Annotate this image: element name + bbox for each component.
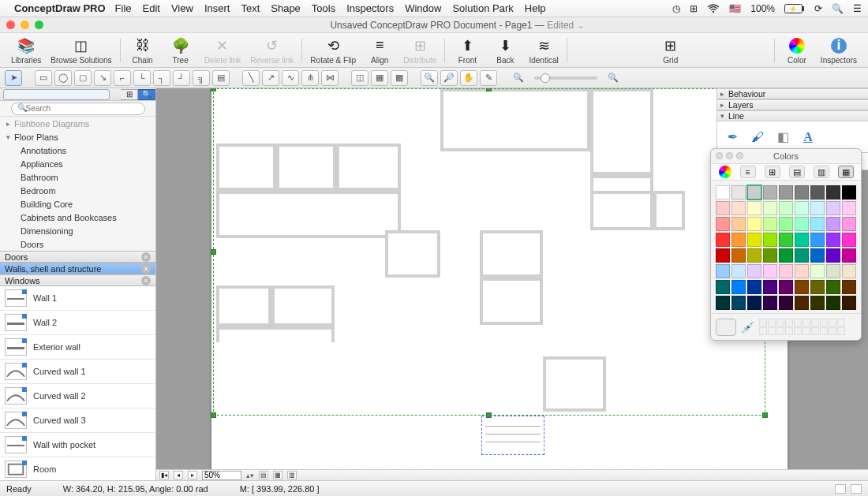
zoom-in-tool[interactable]: 🔍	[421, 70, 438, 86]
colors-titlebar[interactable]: Colors	[711, 149, 861, 163]
color-swatch[interactable]	[731, 296, 746, 310]
zoom-out-tool[interactable]: 🔎	[440, 70, 458, 86]
color-swatch[interactable]	[731, 201, 746, 215]
color-swatch[interactable]	[716, 248, 730, 263]
align-button[interactable]: ≡Align	[365, 36, 394, 65]
menu-inspectors[interactable]: Inspectors	[346, 2, 394, 14]
browse-solutions-button[interactable]: ◫Browse Solutions	[51, 36, 111, 65]
shape-item[interactable]: Curved wall 3	[0, 408, 155, 433]
color-swatch[interactable]	[810, 185, 825, 200]
color-swatch[interactable]	[731, 280, 746, 294]
color-swatch[interactable]	[779, 217, 793, 231]
style-tool-3[interactable]: ▩	[391, 70, 408, 86]
color-swatch[interactable]	[810, 280, 825, 294]
shape-item[interactable]: Wall with pocket	[0, 433, 155, 457]
status-icon-2[interactable]	[851, 484, 862, 494]
color-swatch[interactable]	[763, 201, 777, 215]
color-swatch[interactable]	[716, 217, 730, 231]
close-window-icon[interactable]	[6, 21, 15, 29]
menu-help[interactable]: Help	[525, 2, 546, 14]
connector-tool-5[interactable]: ┘	[173, 70, 190, 86]
color-swatch[interactable]	[842, 185, 856, 200]
rounded-rect-tool[interactable]: ▢	[74, 70, 92, 86]
shape-item[interactable]: Curved wall 2	[0, 384, 155, 408]
page-first-button[interactable]: ▮◂	[159, 471, 169, 479]
page-view-2[interactable]: ▦	[273, 471, 282, 479]
color-swatch[interactable]	[747, 233, 761, 247]
line-tool[interactable]: ╲	[242, 70, 260, 86]
library-tab[interactable]: Walls, shell and structure×	[0, 263, 155, 274]
zoom-window-icon[interactable]	[35, 21, 43, 29]
color-sliders-tab[interactable]: ≡	[740, 166, 756, 178]
color-swatch[interactable]	[795, 296, 809, 310]
hand-tool[interactable]: ✋	[460, 70, 477, 86]
color-swatch[interactable]	[779, 296, 793, 310]
menu-tools[interactable]: Tools	[312, 2, 335, 14]
color-swatch[interactable]	[826, 201, 840, 215]
list-icon[interactable]: ☰	[853, 3, 862, 14]
page-tool[interactable]: ▤	[212, 70, 230, 86]
color-crayons-tab[interactable]: ▥	[814, 166, 829, 178]
flag-icon[interactable]: 🇺🇸	[729, 3, 741, 14]
color-swatch[interactable]	[810, 233, 825, 247]
color-swatch[interactable]	[763, 280, 777, 294]
ellipse-tool[interactable]: ◯	[54, 70, 72, 86]
color-swatch[interactable]	[747, 248, 761, 263]
color-swatch[interactable]	[810, 264, 825, 278]
style-tool-1[interactable]: ◫	[351, 70, 369, 86]
style-tool-2[interactable]: ▦	[371, 70, 388, 86]
polyline-tool[interactable]: ⋔	[301, 70, 319, 86]
color-swatch[interactable]	[731, 264, 746, 278]
color-swatch[interactable]	[842, 233, 856, 247]
tree-item[interactable]: Annotations	[0, 144, 155, 157]
color-swatch[interactable]	[779, 280, 793, 294]
color-swatch[interactable]	[842, 217, 856, 231]
color-swatch[interactable]	[731, 185, 746, 200]
rect-tool[interactable]: ▭	[35, 70, 52, 86]
pointer-tool[interactable]: ➤	[5, 70, 22, 86]
connector-tool-1[interactable]: ↘	[94, 70, 111, 86]
color-swatch[interactable]	[716, 280, 730, 294]
color-swatch[interactable]	[795, 217, 809, 231]
color-swatch[interactable]	[731, 248, 746, 263]
color-swatch[interactable]	[716, 201, 730, 215]
connector-tool-2[interactable]: ⌐	[114, 70, 131, 86]
connector-tool-4[interactable]: ┐	[153, 70, 170, 86]
edit-tool[interactable]: ✎	[480, 70, 497, 86]
ghost-shape[interactable]	[481, 416, 544, 455]
color-swatch[interactable]	[747, 201, 761, 215]
close-tab-icon[interactable]: ×	[141, 264, 151, 274]
tree-item[interactable]: Dimensioning	[0, 224, 155, 237]
tree-item[interactable]: Bedroom	[0, 184, 155, 197]
color-swatch[interactable]	[763, 185, 777, 200]
libraries-button[interactable]: 📚Libraries	[11, 36, 41, 65]
chain-button[interactable]: ⛓Chain	[129, 36, 157, 65]
line-style-text-icon[interactable]: A	[799, 129, 817, 146]
inspectors-button[interactable]: iInspectors	[821, 36, 857, 65]
close-tab-icon[interactable]: ×	[141, 252, 151, 262]
minimize-window-icon[interactable]	[21, 21, 29, 29]
rotate-flip-button[interactable]: ⟲Rotate & Flip	[310, 36, 356, 65]
clock-icon[interactable]: ◷	[672, 3, 680, 14]
tree-item[interactable]: Cabinets and Bookcases	[0, 211, 155, 224]
traffic-lights[interactable]	[6, 21, 43, 29]
page-view-1[interactable]: ▤	[259, 471, 268, 479]
color-swatch[interactable]	[716, 185, 730, 200]
color-swatch[interactable]	[747, 217, 761, 231]
color-swatch[interactable]	[826, 280, 840, 294]
color-swatch[interactable]	[795, 185, 809, 200]
color-button[interactable]: Color	[783, 36, 811, 65]
close-tab-icon[interactable]: ×	[141, 276, 151, 285]
menu-window[interactable]: Window	[405, 2, 441, 14]
delete-link-button[interactable]: ✕Delete link	[204, 36, 241, 65]
app-name[interactable]: ConceptDraw PRO	[14, 2, 106, 14]
tree-item-floor-plans[interactable]: ▾Floor Plans	[0, 130, 155, 144]
color-swatch[interactable]	[747, 264, 761, 278]
color-swatch[interactable]	[763, 233, 777, 247]
battery-icon[interactable]: ⚡	[784, 4, 805, 13]
menu-view[interactable]: View	[171, 2, 193, 14]
color-swatch[interactable]	[747, 296, 761, 310]
selection-rect[interactable]	[213, 88, 765, 416]
color-swatch[interactable]	[810, 248, 825, 263]
color-swatch[interactable]	[747, 185, 761, 200]
